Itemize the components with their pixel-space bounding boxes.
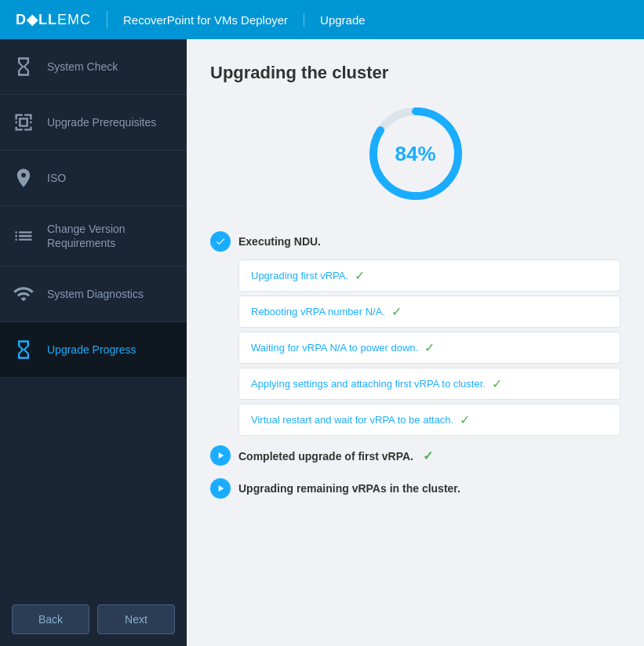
sub-step-1: Upgrading first vRPA. ✓ [238, 259, 620, 292]
sidebar-item-upgrade-prerequisites[interactable]: Upgrade Prerequisites [0, 95, 187, 151]
step-upgrading-remaining: Upgrading remaining vRPAs in the cluster… [210, 475, 620, 502]
sub-step-5: Virtual restart and wait for vRPA to be … [238, 404, 620, 436]
sub-step-content: Waiting for vRPA N/A to power down. ✓ [251, 340, 435, 355]
app-name: RecoverPoint for VMs Deployer [107, 13, 304, 27]
sidebar-item-system-check[interactable]: System Check [0, 39, 187, 95]
step-executing-ndu: Executing NDU. Upgrading first vRPA. ✓ R… [210, 228, 620, 436]
page-title: Upgrading the cluster [210, 63, 620, 83]
step-header-executing-ndu: Executing NDU. [210, 228, 620, 255]
check-icon: ✓ [492, 376, 502, 391]
sub-step-content: Virtual restart and wait for vRPA to be … [251, 412, 470, 427]
sidebar-item-change-version[interactable]: Change Version Requirements [0, 206, 187, 267]
wifi-icon [12, 282, 35, 306]
check-icon: ✓ [424, 340, 435, 355]
sidebar-nav: System Check Upgrade Prerequisites [0, 39, 187, 593]
step-header-completed: Completed upgrade of first vRPA. ✓ [210, 442, 620, 469]
step-header-remaining: Upgrading remaining vRPAs in the cluster… [210, 475, 620, 502]
step-icon-completed [210, 231, 231, 252]
step-label-text: Completed upgrade of first vRPA. [238, 450, 413, 463]
sub-step-text: Virtual restart and wait for vRPA to be … [251, 414, 453, 426]
header-section: Upgrade [304, 13, 381, 27]
check-icon: ✓ [423, 449, 433, 463]
sub-step-text: Applying settings and attaching first vR… [251, 378, 486, 390]
hourglass-active-icon [12, 338, 35, 361]
sidebar: System Check Upgrade Prerequisites [0, 39, 187, 646]
sub-step-content: Upgrading first vRPA. ✓ [251, 268, 365, 283]
progress-circle: 84% [365, 103, 467, 205]
sidebar-item-label: System Check [47, 60, 118, 74]
progress-percent: 84% [395, 142, 435, 166]
sidebar-item-label: Upgrade Progress [47, 343, 136, 357]
step-label: Completed upgrade of first vRPA. ✓ [238, 448, 433, 463]
sub-step-2: Rebooting vRPA number N/A. ✓ [238, 296, 620, 328]
step-completed-upgrade: Completed upgrade of first vRPA. ✓ [210, 442, 620, 469]
back-button[interactable]: Back [12, 604, 89, 634]
app-header: D◆LLEMC RecoverPoint for VMs Deployer Up… [0, 0, 644, 39]
logo-dell: D◆LL [16, 12, 57, 27]
sidebar-item-label: Upgrade Prerequisites [47, 115, 156, 129]
sidebar-item-label: System Diagnostics [47, 287, 144, 301]
sub-step-content: Rebooting vRPA number N/A. ✓ [251, 304, 402, 319]
progress-circle-container: 84% [210, 103, 620, 205]
step-icon-active-2 [210, 478, 231, 499]
sidebar-footer: Back Next [0, 593, 187, 646]
sidebar-item-label: ISO [47, 171, 66, 185]
main-layout: System Check Upgrade Prerequisites [0, 39, 644, 646]
sidebar-item-label: Change Version Requirements [47, 222, 175, 250]
step-label: Upgrading remaining vRPAs in the cluster… [238, 482, 460, 495]
sub-step-content: Applying settings and attaching first vR… [251, 376, 502, 391]
logo-text: D◆LLEMC [16, 11, 91, 28]
sidebar-item-system-diagnostics[interactable]: System Diagnostics [0, 267, 187, 322]
sub-steps-ndu: Upgrading first vRPA. ✓ Rebooting vRPA n… [210, 259, 620, 436]
check-icon: ✓ [355, 268, 365, 283]
sub-step-text: Waiting for vRPA N/A to power down. [251, 342, 418, 354]
sidebar-item-upgrade-progress[interactable]: Upgrade Progress [0, 322, 187, 378]
check-icon: ✓ [391, 304, 402, 319]
step-icon-active [210, 445, 231, 466]
grid-icon [12, 111, 35, 134]
sub-step-3: Waiting for vRPA N/A to power down. ✓ [238, 332, 620, 364]
step-label: Executing NDU. [238, 235, 321, 248]
sub-step-4: Applying settings and attaching first vR… [238, 368, 620, 400]
logo: D◆LLEMC [16, 11, 107, 28]
sub-step-text: Rebooting vRPA number N/A. [251, 306, 385, 318]
main-content: Upgrading the cluster 84% [187, 39, 644, 646]
sidebar-item-iso[interactable]: ISO [0, 151, 187, 206]
steps-container: Executing NDU. Upgrading first vRPA. ✓ R… [210, 228, 620, 502]
location-icon [12, 166, 35, 190]
check-icon: ✓ [460, 412, 470, 427]
logo-emc: EMC [57, 12, 91, 27]
next-button[interactable]: Next [97, 604, 175, 634]
hourglass-icon [12, 55, 35, 78]
list-icon [12, 224, 35, 248]
sub-step-text: Upgrading first vRPA. [251, 270, 348, 281]
